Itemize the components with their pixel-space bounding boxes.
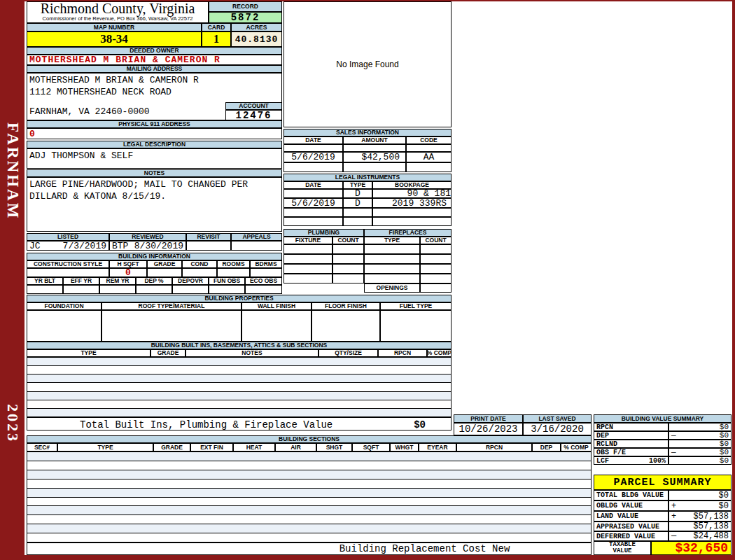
bvs-row-label: RPCN — [596, 424, 613, 431]
sec-heat-header: HEAT — [233, 443, 275, 451]
county-subtitle: Commissioner of the Revenue, PO Box 366,… — [27, 15, 208, 22]
bi-type-header: TYPE — [27, 349, 150, 357]
sales-amount-value: $42,500 — [343, 152, 406, 162]
sales-information-header: SALES INFORMATION — [284, 129, 451, 136]
bdrms-header: BDRMS — [250, 260, 282, 268]
built-ins-empty-rows — [27, 357, 451, 417]
grade-header: GRADE — [147, 260, 182, 268]
sales-date-header: DATE — [284, 136, 343, 144]
sec-whgt-header: WHGT — [390, 443, 419, 451]
cond-value — [182, 268, 217, 277]
sales-code-value: AA — [406, 152, 451, 162]
li-date-header: DATE — [284, 181, 343, 189]
sec-air-header: AIR — [275, 443, 316, 451]
building-information-header: BUILDING INFORMATION — [27, 253, 282, 260]
fireplace-type-header: TYPE — [364, 237, 420, 244]
card-value: 1 — [202, 31, 231, 47]
sec-dep-header: DEP — [532, 443, 561, 451]
building-sections-empty-rows — [27, 451, 592, 542]
fun-obs-header: FUN OBS — [209, 277, 245, 285]
deeded-owner-header: DEEDED OWNER — [27, 47, 282, 55]
reviewed-value: BTP 8/30/2019 — [109, 241, 186, 251]
listed-date: 7/3/2019 — [63, 241, 106, 251]
li-type-value: D — [343, 189, 372, 198]
bvs-row-label: RCLND — [596, 440, 617, 448]
sec-sqft-header: SQFT — [352, 443, 390, 451]
ps-total-bldg-label: TOTAL BLDG VALUE — [594, 490, 668, 500]
sales-date-value: 5/6/2019 — [284, 152, 343, 162]
construction-style-header: CONSTRUCTION STYLE — [27, 260, 109, 268]
empty-row — [27, 383, 451, 391]
property-photo-panel: No Image Found — [284, 1, 451, 127]
record-value: 5872 — [209, 12, 282, 23]
record-header: RECORD — [209, 1, 282, 12]
openings-header: OPENINGS — [364, 284, 420, 293]
bvs-row-value: $0 — [720, 448, 729, 456]
grade-value — [147, 268, 182, 277]
yr-blt-value — [27, 285, 63, 294]
sec-grade-header: GRADE — [153, 443, 190, 451]
li-date-value — [284, 189, 343, 198]
rooms-value — [217, 268, 250, 277]
building-value-summary-header: BUILDING VALUE SUMMARY — [594, 414, 732, 423]
appeals-header: APPEALS — [231, 233, 282, 241]
bi-grade-header: GRADE — [150, 349, 186, 357]
li-row-cell — [372, 208, 451, 217]
bvs-row-label: OBS F/E — [596, 449, 626, 456]
map-number-value: 38-34 — [27, 31, 202, 47]
empty-row — [27, 498, 591, 507]
plumbing-row-cell — [284, 264, 332, 274]
map-number-header: MAP NUMBER — [27, 23, 202, 31]
depovr-header: DEPOVR — [172, 277, 209, 285]
eff-yr-value — [63, 285, 99, 294]
no-image-message: No Image Found — [336, 59, 398, 69]
print-date-value: 10/26/2023 — [454, 423, 523, 435]
floor-finish-header: FLOOR FINISH — [312, 302, 380, 310]
mailing-address-header: MAILING ADDRESS — [27, 65, 282, 73]
fireplace-row-cell — [364, 254, 420, 264]
empty-row — [27, 461, 591, 470]
ps-row-value: $57,138 — [694, 522, 729, 531]
fireplace-row-cell — [364, 244, 420, 254]
deeded-owner-value: MOTHERSHEAD M BRIAN & CAMERON R — [27, 55, 282, 65]
empty-row — [27, 479, 591, 489]
fireplace-count-header: COUNT — [420, 237, 451, 244]
mailing-line-3: FARNHAM, VA 22460-0000 — [29, 106, 150, 117]
li-row-cell — [284, 217, 343, 226]
fireplaces-header: FIREPLACES — [364, 229, 451, 237]
notes-box: LARGE PINE/HARDWOOD; MAIL TO CHANGED PER… — [27, 177, 282, 232]
acres-value: 40.8130 — [231, 31, 282, 47]
empty-row — [27, 489, 591, 498]
legal-instruments-header: LEGAL INSTRUMENTS — [284, 174, 451, 181]
ps-row-value: $0 — [719, 491, 729, 500]
yr-blt-header: YR BLT — [27, 277, 63, 285]
bvs-obs-value-cell: — $0 — [668, 448, 732, 456]
plumbing-count-header: COUNT — [332, 237, 364, 244]
sec-rpcn-header: RPCN — [456, 443, 532, 451]
bvs-row-value: $0 — [720, 440, 729, 448]
empty-row — [27, 452, 591, 461]
ps-deferred-value-cell: — $24,488 — [668, 531, 732, 541]
ps-obldg-label: OBLDG VALUE — [594, 500, 668, 511]
account-header: ACCOUNT — [225, 102, 282, 110]
ps-row-value: $57,138 — [694, 512, 729, 522]
parcel-summary-header: PARCEL SUMMARY — [594, 475, 732, 490]
account-value: 12476 — [225, 110, 282, 120]
legal-description-value: ADJ THOMPSON & SELF — [29, 150, 133, 161]
fuel-type-value — [380, 310, 451, 342]
li-bookpage-value: 2019 339RS — [372, 198, 451, 208]
plumbing-fixture-header: FIXTURE — [284, 237, 332, 244]
last-saved-value: 3/16/2020 — [523, 423, 592, 435]
foundation-value — [27, 310, 102, 342]
listed-by: JC — [29, 241, 41, 251]
year-spine-label: 2023 — [4, 404, 22, 443]
appeals-value — [231, 241, 282, 251]
sec-extfin-header: EXT FIN — [190, 443, 233, 451]
ps-row-op: + — [671, 501, 676, 511]
property-record-card: FARNHAM 2023 Richmond County, Virginia C… — [0, 0, 735, 560]
li-bookpage-value: 90 & 181 — [372, 189, 451, 198]
county-title: Richmond County, Virginia — [27, 2, 208, 15]
bvs-row-value: $0 — [720, 423, 729, 431]
rem-yr-value — [99, 285, 136, 294]
fireplace-row-cell — [420, 274, 451, 284]
